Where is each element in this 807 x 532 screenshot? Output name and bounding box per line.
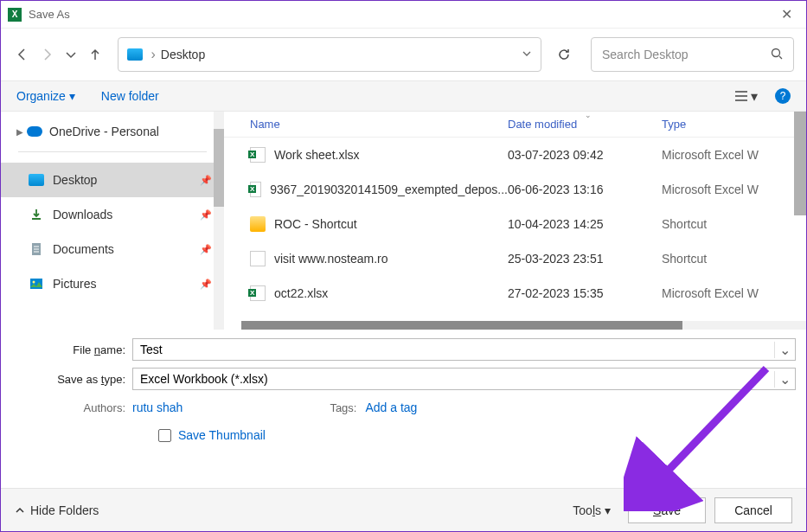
save-form: File name: ⌄ Save as type: ⌄ Authors: ru… — [1, 330, 806, 442]
pin-icon[interactable]: 📌 — [200, 175, 212, 186]
file-row[interactable]: Work sheet.xlsx03-07-2023 09:42Microsoft… — [224, 138, 806, 172]
save-thumbnail-checkbox[interactable] — [158, 429, 171, 442]
filename-input-wrap: ⌄ — [132, 338, 796, 361]
desktop-icon — [29, 174, 44, 186]
file-date: 25-03-2023 23:51 — [508, 252, 662, 266]
organize-button[interactable]: Organize ▾ — [16, 89, 75, 103]
file-icon — [250, 182, 261, 197]
folder-icon — [127, 48, 143, 61]
refresh-button[interactable] — [552, 37, 578, 72]
file-name: Work sheet.xlsx — [274, 148, 360, 162]
download-icon — [29, 208, 44, 221]
cancel-button[interactable]: Cancel — [714, 497, 792, 523]
sidebar-item-onedrive[interactable]: ▶ OneDrive - Personal — [1, 120, 224, 143]
document-icon — [29, 243, 44, 255]
file-row[interactable]: visit www.nosteam.ro25-03-2023 23:51Shor… — [224, 241, 806, 276]
filename-input[interactable] — [133, 343, 774, 356]
tags-label: Tags: — [330, 401, 365, 414]
column-date[interactable]: ⌄ Date modified — [508, 118, 662, 131]
vertical-scrollbar[interactable] — [794, 112, 806, 215]
sort-indicator-icon: ⌄ — [585, 111, 592, 119]
file-type: Shortcut — [662, 252, 806, 266]
chevron-down-icon: ▾ — [69, 89, 75, 103]
column-headers: Name ⌄ Date modified Type — [224, 112, 806, 138]
search-icon — [771, 48, 783, 62]
authors-label: Authors: — [11, 401, 132, 414]
pin-icon[interactable]: 📌 — [200, 209, 212, 221]
file-type: Shortcut — [662, 217, 806, 231]
save-thumbnail-row: Save Thumbnail — [11, 421, 796, 442]
tools-button[interactable]: Tools ▾ — [564, 498, 619, 522]
expand-icon[interactable]: ▶ — [16, 127, 23, 137]
horizontal-scrollbar[interactable] — [241, 321, 806, 330]
main-area: ▶ OneDrive - Personal Desktop 📌 Download… — [1, 112, 806, 330]
search-box[interactable]: Search Desktop — [591, 37, 794, 72]
scrollbar-thumb[interactable] — [214, 129, 224, 207]
sidebar: ▶ OneDrive - Personal Desktop 📌 Download… — [1, 112, 224, 330]
column-type[interactable]: Type — [662, 118, 806, 131]
file-name: ROC - Shortcut — [274, 217, 357, 231]
divider — [18, 151, 207, 152]
chevron-right-icon: › — [151, 47, 156, 62]
help-button[interactable]: ? — [775, 88, 791, 104]
save-button[interactable]: Save — [628, 497, 706, 523]
new-folder-button[interactable]: New folder — [101, 89, 159, 103]
address-dropdown[interactable] — [522, 47, 532, 62]
svg-rect-2 — [30, 279, 42, 289]
pin-icon[interactable]: 📌 — [200, 279, 212, 290]
hide-folders-label: Hide Folders — [30, 503, 99, 517]
file-row[interactable]: ROC - Shortcut10-04-2023 14:25Shortcut — [224, 207, 806, 241]
navigation-row: › Desktop Search Desktop — [1, 29, 806, 80]
hide-folders-button[interactable]: Hide Folders — [15, 503, 99, 517]
recent-dropdown[interactable] — [61, 42, 80, 67]
sidebar-item-desktop[interactable]: Desktop 📌 — [1, 163, 224, 197]
scrollbar-thumb[interactable] — [241, 321, 682, 330]
column-date-label: Date modified — [508, 118, 577, 131]
pictures-icon — [29, 278, 44, 290]
sidebar-item-documents[interactable]: Documents 📌 — [1, 232, 224, 266]
sidebar-scrollbar[interactable] — [214, 112, 224, 330]
pin-icon[interactable]: 📌 — [200, 244, 212, 255]
sidebar-item-pictures[interactable]: Pictures 📌 — [1, 266, 224, 301]
saveastype-value — [133, 372, 774, 386]
sidebar-item-label: Pictures — [53, 277, 97, 291]
view-options-button[interactable]: ▾ — [734, 88, 758, 105]
sidebar-item-label: Downloads — [53, 208, 112, 221]
back-button[interactable] — [13, 42, 32, 67]
file-date: 06-06-2023 13:16 — [508, 183, 662, 196]
filename-dropdown[interactable]: ⌄ — [774, 342, 795, 358]
excel-icon: X — [8, 8, 22, 22]
titlebar: X Save As ✕ — [1, 1, 806, 29]
forward-button[interactable] — [37, 42, 56, 67]
file-icon — [250, 147, 266, 163]
saveastype-select[interactable]: ⌄ — [132, 368, 796, 390]
file-date: 03-07-2023 09:42 — [508, 148, 662, 162]
command-bar: Organize ▾ New folder ▾ ? — [1, 80, 806, 112]
authors-value[interactable]: rutu shah — [132, 401, 183, 414]
file-icon — [250, 251, 266, 266]
svg-point-3 — [33, 281, 35, 284]
address-bar[interactable]: › Desktop — [118, 37, 541, 72]
file-type: Microsoft Excel W — [662, 286, 806, 300]
save-thumbnail-label: Save Thumbnail — [178, 428, 266, 442]
footer: Hide Folders Tools ▾ Save Cancel — [1, 488, 806, 531]
svg-point-0 — [772, 48, 780, 56]
file-date: 27-02-2023 15:35 — [508, 286, 662, 300]
file-row[interactable]: oct22.xlsx27-02-2023 15:35Microsoft Exce… — [224, 276, 806, 311]
file-name: 9367_20190320141509_exempted_depos... — [270, 183, 508, 196]
sidebar-item-downloads[interactable]: Downloads 📌 — [1, 197, 224, 232]
tags-value[interactable]: Add a tag — [365, 401, 417, 414]
file-type: Microsoft Excel W — [662, 148, 806, 162]
saveastype-label: Save as type: — [11, 373, 132, 386]
chevron-down-icon: ▾ — [605, 503, 611, 517]
cloud-icon — [27, 126, 42, 137]
location-text: Desktop — [161, 48, 205, 61]
up-button[interactable] — [86, 42, 105, 67]
new-folder-label: New folder — [101, 89, 159, 103]
file-row[interactable]: 9367_20190320141509_exempted_depos...06-… — [224, 172, 806, 207]
file-icon — [250, 216, 266, 232]
close-button[interactable]: ✕ — [773, 6, 799, 22]
column-name[interactable]: Name — [250, 118, 508, 131]
sidebar-item-label: Desktop — [53, 173, 97, 187]
saveastype-dropdown[interactable]: ⌄ — [774, 371, 795, 388]
